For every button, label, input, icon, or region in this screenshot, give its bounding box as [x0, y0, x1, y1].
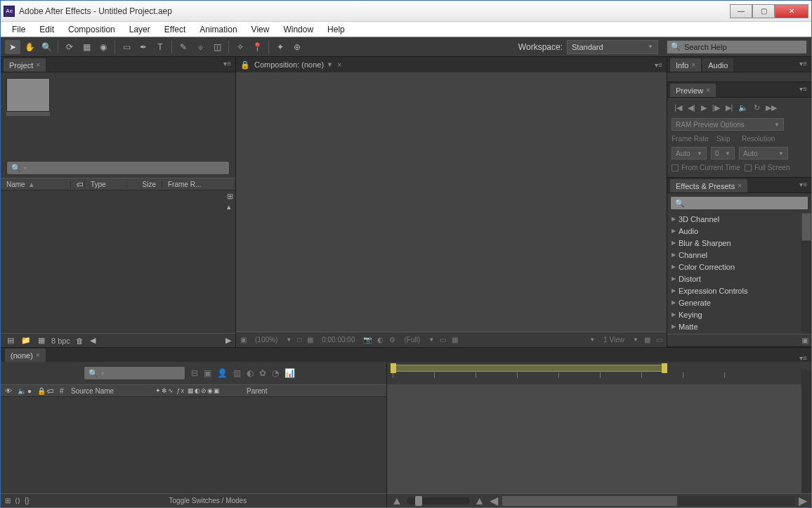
menu-view[interactable]: View [244, 22, 277, 37]
menu-layer[interactable]: Layer [122, 22, 157, 37]
zoom-tool-icon[interactable]: 🔍 [39, 40, 54, 54]
chevron-down-icon[interactable]: ▼ [633, 337, 639, 343]
panel-menu-icon[interactable]: ▾≡ [799, 60, 807, 67]
chevron-down-icon[interactable]: ▼ [286, 337, 292, 343]
col-parent[interactable]: Parent [242, 387, 271, 395]
vertical-scrollbar[interactable] [801, 370, 811, 493]
framerate-dropdown[interactable]: Auto▼ [672, 147, 707, 159]
maximize-button[interactable]: ▢ [752, 4, 775, 18]
type-tool-icon[interactable]: T [152, 40, 168, 54]
tab-project[interactable]: Project × [4, 58, 46, 72]
ram-preview-icon[interactable]: ▶▶ [766, 103, 777, 112]
toggle-switches-icon[interactable]: ⊞ [5, 497, 11, 504]
zoom-in-icon[interactable]: ▲ [474, 495, 485, 507]
col-type[interactable]: Type [85, 181, 127, 188]
resolution-icon[interactable]: □ [297, 336, 301, 344]
new-folder-icon[interactable]: 📁 [20, 335, 32, 346]
new-comp-icon[interactable]: ▦ [36, 335, 47, 346]
resolution-value[interactable]: (Full) [401, 336, 423, 344]
close-icon[interactable]: × [36, 351, 40, 359]
tab-audio[interactable]: Audio [702, 58, 733, 72]
col-name[interactable]: Name [6, 181, 25, 188]
search-help-input[interactable]: 🔍 Search Help [667, 40, 807, 54]
skip-dropdown[interactable]: 0▼ [711, 147, 735, 159]
tab-effects-presets[interactable]: Effects & Presets× [670, 179, 747, 193]
label-icon[interactable]: 🏷 [43, 387, 55, 395]
last-frame-icon[interactable]: ▶| [726, 103, 733, 112]
chevron-down-icon[interactable]: ▼ [428, 337, 434, 343]
chevron-down-icon[interactable]: ▼ [327, 61, 333, 68]
workspace-dropdown[interactable]: Standard ▼ [567, 40, 658, 54]
menu-file[interactable]: File [5, 22, 32, 37]
puppet-tool-icon[interactable]: 📍 [249, 40, 265, 54]
roi-icon[interactable]: ▭ [440, 336, 446, 344]
time-value[interactable]: 0:00:00:00 [319, 336, 358, 344]
col-source-name[interactable]: Source Name [67, 387, 151, 395]
panel-menu-icon[interactable]: ▾≡ [799, 85, 807, 93]
horizontal-scrollbar[interactable] [502, 496, 794, 506]
effects-category[interactable]: ▶Audio [667, 225, 811, 237]
menu-help[interactable]: Help [320, 22, 352, 37]
viewer-mode-icon[interactable]: ▣ [240, 336, 247, 344]
workarea-start-handle[interactable] [391, 363, 396, 373]
col-size[interactable]: Size [127, 181, 162, 188]
col-framerate[interactable]: Frame R... [162, 181, 235, 188]
timeline-layers[interactable] [1, 397, 386, 493]
effects-category[interactable]: ▶Matte [667, 320, 811, 332]
next-frame-icon[interactable]: |▶ [712, 103, 720, 112]
audio-icon[interactable]: 🔈 [13, 387, 23, 395]
col-number[interactable]: # [55, 387, 67, 395]
channel-icon[interactable]: ◐ [377, 336, 384, 344]
hand-tool-icon[interactable]: ✋ [22, 40, 37, 54]
minimize-button[interactable]: — [730, 4, 752, 18]
transparency-icon[interactable]: ▦ [452, 336, 458, 344]
eraser-tool-icon[interactable]: ◫ [209, 40, 225, 54]
panel-menu-icon[interactable]: ▾≡ [799, 181, 807, 188]
tool-ext1-icon[interactable]: ✦ [273, 40, 288, 54]
roto-tool-icon[interactable]: ✧ [233, 40, 248, 54]
menu-effect[interactable]: Effect [157, 22, 192, 37]
tab-preview[interactable]: Preview× [670, 84, 716, 97]
color-mgmt-icon[interactable]: ⚙ [389, 336, 395, 344]
lock-icon[interactable]: 🔒 [33, 387, 43, 395]
menu-animation[interactable]: Animation [192, 22, 244, 37]
sort-icon[interactable]: ▲ [28, 181, 35, 188]
menu-composition[interactable]: Composition [61, 22, 122, 37]
panel-menu-icon[interactable]: ▾≡ [799, 354, 807, 362]
close-icon[interactable]: × [691, 61, 695, 69]
shy-icon[interactable]: 👤 [217, 368, 228, 378]
close-button[interactable]: ✕ [775, 4, 808, 18]
pixel-aspect-icon[interactable]: ▭ [656, 336, 662, 344]
project-list[interactable]: ⊞ ▴ [1, 190, 235, 333]
effects-category[interactable]: ▶Color Correction [667, 261, 811, 273]
effects-category[interactable]: ▶Keying [667, 308, 811, 320]
close-icon[interactable]: × [337, 60, 341, 69]
zoom-slider[interactable] [407, 497, 470, 504]
composition-viewer[interactable] [236, 72, 667, 332]
chevron-down-icon[interactable]: ▼ [589, 337, 595, 343]
effects-category[interactable]: ▶Blur & Sharpen [667, 237, 811, 249]
work-area-bar[interactable] [393, 364, 806, 372]
draft3d-icon[interactable]: ▣ [204, 368, 211, 378]
effects-category[interactable]: ▶Distort [667, 273, 811, 285]
brainstorm-icon[interactable]: ✿ [259, 368, 266, 378]
tag-icon[interactable]: 🏷 [71, 181, 85, 188]
panel-menu-icon[interactable]: ▾≡ [655, 61, 662, 69]
effects-category[interactable]: ▶Channel [667, 249, 811, 261]
solo-icon[interactable]: ● [23, 387, 33, 395]
comp-mini-flowchart-icon[interactable]: ⊟ [191, 368, 198, 378]
time-ruler[interactable] [387, 372, 811, 384]
nav-left-icon[interactable]: ◀ [90, 336, 96, 345]
scrollbar[interactable] [801, 213, 811, 334]
project-bpc[interactable]: 8 bpc [51, 337, 70, 345]
grid-icon[interactable]: ▦ [307, 336, 313, 344]
tab-timeline[interactable]: (none)× [5, 349, 46, 362]
project-search-input[interactable]: 🔍▾ [6, 161, 230, 175]
close-icon[interactable]: × [36, 61, 40, 69]
effects-category[interactable]: ▶Generate [667, 297, 811, 308]
lock-icon[interactable]: 🔒 [240, 60, 250, 70]
snapshot-icon[interactable]: 📷 [363, 336, 372, 344]
bracket-icon[interactable]: {} [25, 497, 30, 504]
pan-behind-tool-icon[interactable]: ◉ [96, 40, 111, 54]
scroll-right-icon[interactable]: ▶ [799, 494, 807, 507]
